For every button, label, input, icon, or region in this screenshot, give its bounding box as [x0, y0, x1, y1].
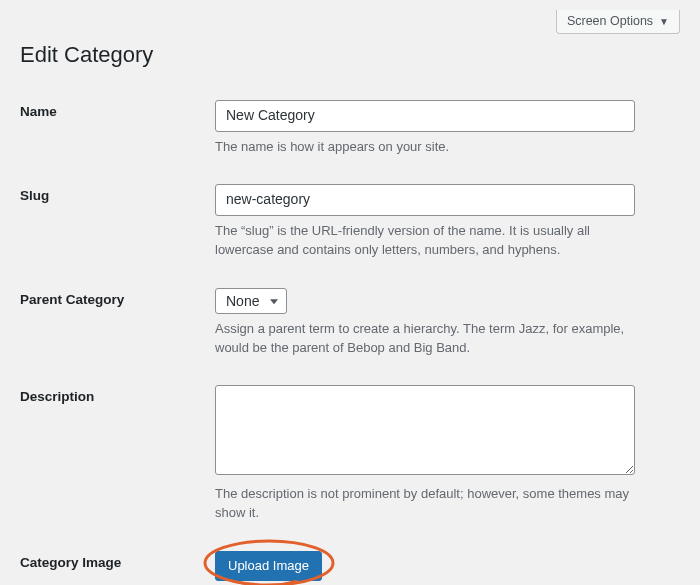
screen-options-button[interactable]: Screen Options ▼ — [556, 10, 680, 34]
parent-category-select[interactable]: None — [215, 288, 287, 314]
parent-category-label: Parent Category — [20, 274, 215, 372]
screen-options-label: Screen Options — [567, 14, 653, 28]
name-label: Name — [20, 86, 215, 170]
slug-help: The “slug” is the URL-friendly version o… — [215, 222, 645, 260]
caret-down-icon: ▼ — [659, 16, 669, 27]
name-help: The name is how it appears on your site. — [215, 138, 645, 157]
slug-input[interactable] — [215, 184, 635, 216]
name-input[interactable] — [215, 100, 635, 132]
parent-help: Assign a parent term to create a hierarc… — [215, 320, 645, 358]
description-help: The description is not prominent by defa… — [215, 485, 645, 523]
slug-label: Slug — [20, 170, 215, 273]
page-title: Edit Category — [20, 42, 680, 68]
description-textarea[interactable] — [215, 385, 635, 475]
description-label: Description — [20, 371, 215, 537]
category-image-label: Category Image — [20, 537, 215, 585]
upload-image-button[interactable]: Upload Image — [215, 551, 322, 581]
